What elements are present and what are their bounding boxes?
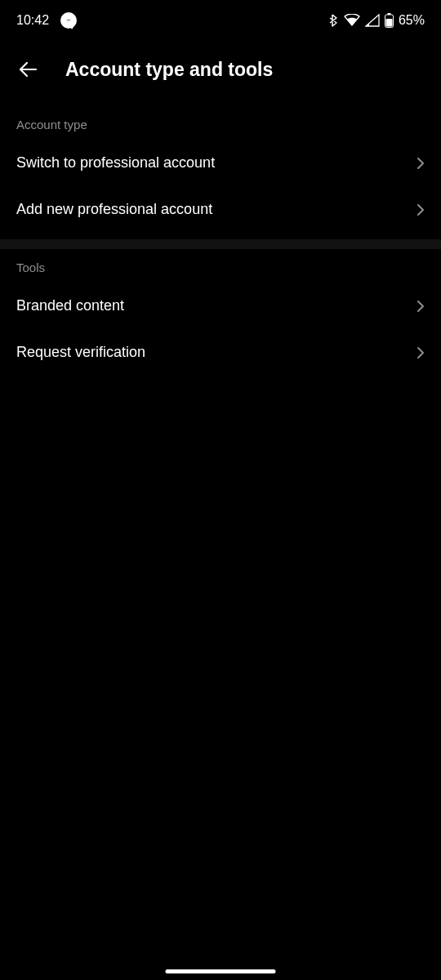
chevron-right-icon xyxy=(416,346,425,359)
status-bar: 10:42 65% xyxy=(0,0,441,41)
bluetooth-icon xyxy=(327,14,339,27)
chevron-right-icon xyxy=(416,203,425,216)
page-header: Account type and tools xyxy=(0,41,441,106)
chevron-right-icon xyxy=(416,300,425,313)
item-label: Branded content xyxy=(16,297,124,314)
item-branded-content[interactable]: Branded content xyxy=(0,283,441,329)
status-bar-right: 65% xyxy=(327,13,425,28)
item-label: Switch to professional account xyxy=(16,154,215,172)
item-request-verification[interactable]: Request verification xyxy=(0,329,441,376)
messenger-icon xyxy=(60,12,77,29)
chevron-right-icon xyxy=(416,157,425,170)
section-header-account-type: Account type xyxy=(0,106,441,140)
item-switch-professional[interactable]: Switch to professional account xyxy=(0,140,441,186)
section-divider xyxy=(0,239,441,249)
page-title: Account type and tools xyxy=(65,59,273,81)
item-label: Request verification xyxy=(16,344,145,361)
wifi-icon xyxy=(344,14,360,27)
signal-icon xyxy=(365,14,380,27)
back-button[interactable] xyxy=(16,57,41,82)
battery-icon xyxy=(385,13,394,28)
status-bar-left: 10:42 xyxy=(16,12,77,29)
back-arrow-icon xyxy=(18,59,39,80)
svg-rect-2 xyxy=(385,19,392,27)
section-header-tools: Tools xyxy=(0,249,441,283)
status-time: 10:42 xyxy=(16,13,49,28)
item-add-professional[interactable]: Add new professional account xyxy=(0,186,441,233)
home-indicator[interactable] xyxy=(166,969,276,973)
item-label: Add new professional account xyxy=(16,201,212,218)
battery-percent: 65% xyxy=(399,13,425,28)
messenger-bolt-icon xyxy=(65,17,73,24)
